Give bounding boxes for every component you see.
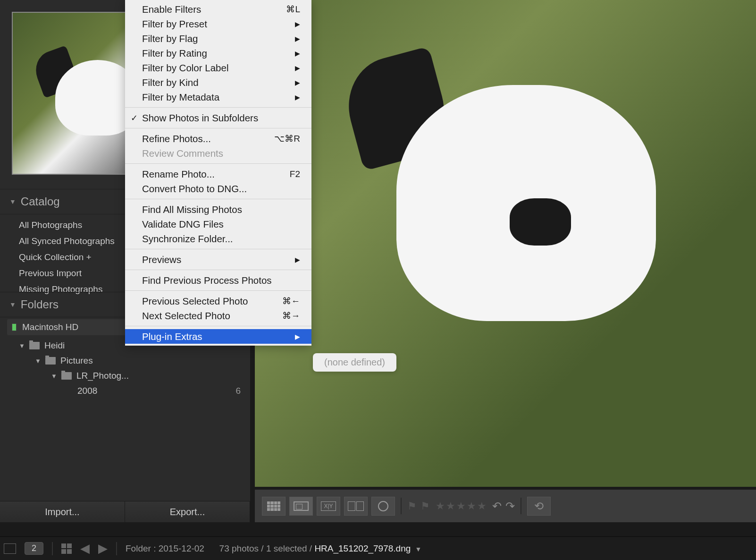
star-icon[interactable]: ★ [467, 500, 476, 512]
export-button[interactable]: Export... [125, 501, 250, 522]
menu-shortcut: ⌥⌘R [274, 133, 300, 144]
chevron-right-icon: ▶ [295, 64, 300, 72]
menu-item-label: Enable Filters [142, 4, 201, 15]
check-icon: ✓ [131, 113, 138, 123]
menu-item[interactable]: Next Selected Photo⌘→ [125, 308, 311, 323]
star-icon[interactable]: ★ [436, 500, 445, 512]
menu-item-label: Review Comments [142, 148, 223, 159]
menu-item[interactable]: Filter by Color Label▶ [125, 60, 311, 75]
menu-item-label: Previous Selected Photo [142, 296, 248, 307]
menu-shortcut: ⌘→ [282, 310, 300, 321]
grid-icon[interactable] [61, 543, 72, 554]
chevron-right-icon: ▶ [295, 333, 300, 340]
menu-item[interactable]: Previous Selected Photo⌘← [125, 294, 311, 308]
menu-item[interactable]: Filter by Preset▶ [125, 17, 311, 31]
folder-row[interactable]: ▼Pictures [0, 353, 250, 368]
menu-shortcut: ⌘L [286, 4, 300, 15]
rotate-left-icon[interactable]: ↶ [492, 500, 502, 513]
grid-view-button[interactable] [262, 497, 286, 516]
disclosure-icon[interactable]: ▼ [35, 357, 42, 365]
folder-icon [45, 357, 56, 365]
menu-separator [125, 249, 311, 249]
second-window-toggle[interactable] [4, 543, 16, 554]
folder-name: 2015-12-02 [159, 543, 204, 553]
disclosure-icon[interactable]: ▼ [51, 373, 59, 380]
compare-view-button[interactable]: X|Y [317, 497, 340, 516]
menu-item[interactable]: Filter by Kind▶ [125, 75, 311, 90]
photo-count: 73 photos / [219, 543, 264, 553]
menu-separator [125, 199, 311, 199]
filmstrip-path[interactable]: Folder : 2015-12-02 73 photos / 1 select… [126, 543, 421, 554]
nav-forward-icon[interactable]: ▶ [98, 541, 108, 556]
menu-item[interactable]: Validate DNG Files [125, 217, 311, 231]
menu-item[interactable]: ✓Show Photos in Subfolders [125, 110, 311, 125]
survey-view-button[interactable] [344, 497, 368, 516]
menu-item[interactable]: Synchronize Folder... [125, 231, 311, 246]
menu-item[interactable]: Refine Photos...⌥⌘R [125, 131, 311, 146]
disclosure-icon[interactable]: ▼ [19, 342, 26, 349]
menu-item-label: Validate DNG Files [142, 219, 224, 230]
folder-row[interactable]: 20086 [0, 383, 250, 399]
menu-item[interactable]: Rename Photo...F2 [125, 167, 311, 181]
current-filename: HRA_151202_7978.dng [314, 543, 411, 553]
menu-item-label: Convert Photo to DNG... [142, 183, 247, 195]
menu-item[interactable]: Filter by Rating▶ [125, 46, 311, 60]
chevron-right-icon: ▶ [295, 50, 300, 57]
menu-separator [125, 107, 311, 108]
library-menu: Enable Filters⌘LFilter by Preset▶Filter … [125, 0, 311, 346]
menu-item-label: Filter by Rating [142, 48, 207, 59]
chevron-right-icon: ▶ [295, 256, 300, 263]
disclosure-icon: ▼ [9, 301, 16, 308]
window-count[interactable]: 2 [25, 542, 43, 555]
menu-item-label: Show Photos in Subfolders [142, 112, 258, 124]
menu-item[interactable]: Find Previous Process Photos [125, 273, 311, 288]
loupe-view-button[interactable] [289, 497, 313, 516]
flag-pick-icon[interactable]: ⚑ [407, 500, 417, 512]
rotate-right-icon[interactable]: ↷ [505, 500, 515, 513]
nav-back-icon[interactable]: ◀ [80, 541, 90, 556]
chevron-right-icon: ▶ [295, 35, 300, 42]
star-icon[interactable]: ★ [446, 500, 455, 512]
main-image-view[interactable] [255, 0, 756, 487]
menu-item[interactable]: Filter by Metadata▶ [125, 90, 311, 104]
menu-item[interactable]: Previews▶ [125, 252, 311, 267]
toolbar: X|Y ⚑ ⚑ ★ ★ ★ ★ ★ ↶ ↷ ⟲ [255, 489, 756, 522]
menu-item: Review Comments [125, 146, 311, 161]
menu-item-label: Rename Photo... [142, 169, 215, 180]
filmstrip-bar: 2 ◀ ▶ Folder : 2015-12-02 73 photos / 1 … [0, 536, 756, 560]
menu-item-label: Filter by Color Label [142, 62, 228, 74]
menu-item[interactable]: Filter by Flag▶ [125, 31, 311, 46]
menu-item-label: Plug-in Extras [142, 331, 202, 342]
sync-button[interactable]: ⟲ [527, 497, 551, 516]
import-button[interactable]: Import... [0, 501, 125, 522]
folder-label: Folder : [126, 543, 156, 553]
folders-title: Folders [21, 298, 59, 311]
star-icon[interactable]: ★ [477, 500, 487, 512]
menu-item[interactable]: Find All Missing Photos [125, 202, 311, 217]
menu-item-label: Filter by Preset [142, 18, 207, 30]
menu-item[interactable]: Plug-in Extras▶ [125, 329, 311, 344]
folder-name: Pictures [60, 356, 93, 366]
menu-item-label: Next Selected Photo [142, 310, 230, 322]
catalog-title: Catalog [21, 195, 60, 208]
chevron-down-icon[interactable]: ▼ [415, 545, 422, 553]
people-view-button[interactable] [371, 497, 395, 516]
folder-row[interactable]: ▼LR_Photog... [0, 368, 250, 383]
flag-reject-icon[interactable]: ⚑ [420, 500, 430, 512]
menu-item-label: Find Previous Process Photos [142, 275, 272, 286]
menu-item-label: Refine Photos... [142, 133, 211, 144]
menu-separator [125, 128, 311, 128]
plugin-extras-submenu: (none defined) [313, 353, 396, 372]
menu-item-label: Filter by Flag [142, 33, 198, 44]
folder-icon [29, 342, 40, 349]
menu-separator [125, 270, 311, 270]
star-icon[interactable]: ★ [456, 500, 466, 512]
volume-name: Macintosh HD [22, 322, 78, 332]
menu-item[interactable]: Enable Filters⌘L [125, 2, 311, 17]
menu-item[interactable]: Convert Photo to DNG... [125, 181, 311, 196]
menu-shortcut: ⌘← [282, 296, 300, 306]
disclosure-icon: ▼ [9, 198, 16, 205]
rating-stars[interactable]: ★ ★ ★ ★ ★ [436, 500, 487, 512]
panel-buttons: Import... Export... [0, 501, 250, 522]
volume-indicator-icon [12, 323, 17, 331]
